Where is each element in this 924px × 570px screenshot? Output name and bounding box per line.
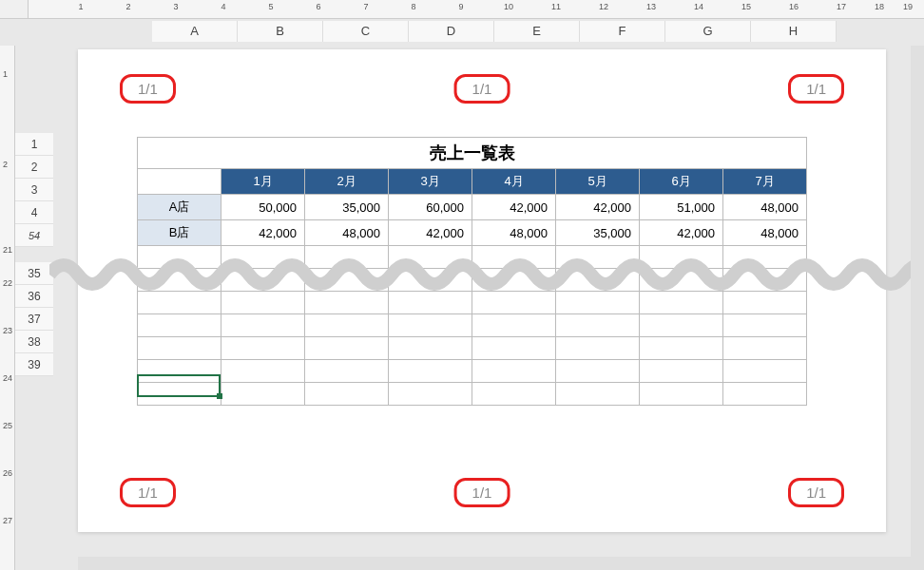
col-header-g[interactable]: G: [665, 21, 751, 42]
ruler-vtick: 22: [3, 278, 12, 288]
ruler-vtick: 25: [3, 421, 12, 430]
cell[interactable]: 48,000: [723, 195, 807, 220]
ruler-tick: 3: [173, 2, 178, 11]
ruler-tick: 16: [789, 2, 799, 11]
month-header[interactable]: 4月: [472, 169, 556, 195]
row-header[interactable]: 3: [15, 179, 53, 201]
ruler-vtick: 1: [3, 69, 8, 79]
ruler-vtick: 2: [3, 160, 8, 169]
row-header[interactable]: 1: [15, 133, 53, 156]
ruler-vtick: 26: [3, 468, 12, 478]
ruler-tick: 6: [316, 2, 320, 11]
col-header-a[interactable]: A: [152, 21, 238, 42]
row-header[interactable]: 39: [15, 353, 53, 376]
row-header[interactable]: 2: [15, 156, 53, 179]
header-right[interactable]: 1/1: [788, 74, 844, 104]
footer-left[interactable]: 1/1: [120, 478, 176, 507]
sales-table[interactable]: 売上一覧表 1月 2月 3月 4月 5月 6月 7月 A店 50,000 35,…: [137, 137, 807, 406]
row-header[interactable]: 4: [15, 201, 53, 224]
ruler-tick: 17: [837, 2, 846, 11]
cell[interactable]: 42,000: [389, 220, 472, 246]
footer-right[interactable]: 1/1: [788, 478, 844, 507]
cell[interactable]: 50,000: [221, 195, 305, 220]
ruler-tick: 14: [694, 2, 703, 11]
horizontal-scrollbar[interactable]: [78, 557, 924, 570]
col-header-h[interactable]: H: [751, 21, 837, 42]
col-header-c[interactable]: C: [323, 21, 409, 42]
table-title[interactable]: 売上一覧表: [138, 138, 807, 169]
header-center[interactable]: 1/1: [454, 74, 510, 104]
ruler-tick: 5: [268, 2, 273, 11]
ruler-vtick: 23: [3, 326, 12, 335]
ruler-vtick: 27: [3, 516, 12, 525]
cell[interactable]: 51,000: [640, 195, 723, 220]
row-header[interactable]: 36: [15, 285, 53, 308]
ruler-tick: 15: [741, 2, 751, 11]
col-header-f[interactable]: F: [580, 21, 665, 42]
cell[interactable]: 48,000: [305, 220, 389, 246]
row-header[interactable]: 54: [15, 224, 53, 247]
ruler-tick: 9: [458, 2, 463, 11]
ruler-tick: 12: [599, 2, 608, 11]
ruler-tick: 10: [504, 2, 513, 11]
ruler-tick: 11: [551, 2, 561, 11]
ruler-tick: 18: [875, 2, 884, 11]
ruler-tick: 19: [903, 2, 913, 11]
cell[interactable]: 42,000: [472, 195, 556, 220]
ruler-tick: 1: [78, 2, 83, 11]
ruler-tick: 13: [646, 2, 656, 11]
month-header[interactable]: 1月: [221, 169, 305, 195]
table-corner[interactable]: [138, 169, 221, 195]
row-header[interactable]: 35: [15, 262, 53, 285]
cell[interactable]: 60,000: [389, 195, 472, 220]
cell[interactable]: 35,000: [305, 195, 389, 220]
ruler-tick: 8: [411, 2, 415, 11]
select-all-corner[interactable]: [0, 0, 29, 19]
ruler-tick: 7: [363, 2, 368, 11]
ruler-vtick: 21: [3, 245, 12, 255]
month-header[interactable]: 6月: [640, 169, 723, 195]
header-left[interactable]: 1/1: [120, 74, 176, 104]
cell[interactable]: 42,000: [221, 220, 305, 246]
row-header[interactable]: 38: [15, 331, 53, 353]
vertical-ruler: 1 2 21 22 23 24 25 26 27: [0, 46, 15, 570]
col-header-e[interactable]: E: [494, 21, 580, 42]
month-header[interactable]: 3月: [389, 169, 472, 195]
row-headers: 1 2 3 4 54 35 36 37 38 39: [15, 46, 53, 570]
vertical-scrollbar[interactable]: [911, 46, 924, 557]
cell[interactable]: 42,000: [640, 220, 723, 246]
row-header[interactable]: 37: [15, 308, 53, 331]
store-name[interactable]: A店: [138, 195, 221, 220]
cell[interactable]: 48,000: [723, 220, 807, 246]
cell[interactable]: 42,000: [556, 195, 640, 220]
col-header-b[interactable]: B: [238, 21, 323, 42]
month-header[interactable]: 7月: [723, 169, 807, 195]
ruler-tick: 2: [125, 2, 130, 11]
horizontal-ruler: 1 2 3 4 5 6 7 8 9 10 11 12 13 14 15 16 1…: [29, 0, 924, 19]
footer-center[interactable]: 1/1: [454, 478, 510, 507]
column-headers: A B C D E F G H: [29, 21, 924, 42]
month-header[interactable]: 2月: [305, 169, 389, 195]
cell[interactable]: 35,000: [556, 220, 640, 246]
page-layout-sheet[interactable]: 1/1 1/1 1/1 1/1 1/1 1/1 売上一覧表 1月 2月 3月 4…: [78, 49, 886, 532]
month-header[interactable]: 5月: [556, 169, 640, 195]
store-name[interactable]: B店: [138, 220, 221, 246]
ruler-tick: 4: [221, 2, 225, 11]
col-header-d[interactable]: D: [409, 21, 494, 42]
cell[interactable]: 48,000: [472, 220, 556, 246]
ruler-vtick: 24: [3, 373, 12, 383]
